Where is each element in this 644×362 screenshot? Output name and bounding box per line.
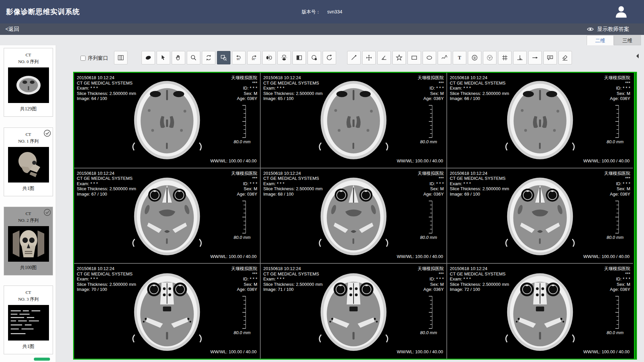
viewer-scrollbar[interactable] — [634, 73, 636, 359]
pseudo-color-tool-button[interactable] — [308, 51, 321, 64]
comment-tool-button[interactable] — [543, 51, 557, 64]
rotate-right-90-tool-button[interactable]: 90° — [247, 51, 261, 64]
shutter-tool-button[interactable] — [142, 51, 155, 64]
overlay-slice-thickness: Slice Thickness: 2.500000 mm — [263, 186, 323, 192]
zoom-tool-button[interactable] — [187, 51, 200, 64]
layout-tool-button[interactable] — [114, 51, 127, 64]
rectangle-icon — [411, 54, 418, 61]
grid-tool-button[interactable] — [498, 51, 512, 64]
viewer-cell-8[interactable]: 20150618 10:12:24 CT GE MEDICAL SYSTEMS … — [447, 264, 633, 359]
overlay-device: CT GE MEDICAL SYSTEMS — [263, 271, 323, 277]
overlay-stars: *** — [418, 176, 444, 181]
ellipse-icon — [426, 54, 433, 61]
crosshair-tool-button[interactable] — [362, 51, 376, 64]
grid-icon — [501, 54, 508, 61]
overlay-hospital: 天堰模拟医院 — [604, 266, 630, 271]
tab-2d[interactable]: 二维 — [587, 35, 614, 45]
wwwl-label: WW/WL: 100.00 / 40.00 — [210, 158, 257, 164]
viewer-cell-5[interactable]: 20150618 10:12:24 CT GE MEDICAL SYSTEMS … — [447, 168, 633, 263]
series-card-1[interactable]: CT NO. 1 序列 共1图 — [4, 127, 53, 196]
dicom-overlay-right: 天堰模拟医院 *** ID: * * * Sex: M Age: 036Y — [604, 75, 630, 101]
overlay-device: CT GE MEDICAL SYSTEMS — [450, 176, 509, 181]
overlay-id: ID: * * * — [418, 181, 444, 187]
overlay-stars: *** — [418, 81, 444, 86]
series-title: NO. 3 序列 — [4, 296, 53, 302]
overlay-datetime: 20150618 10:12:24 — [450, 171, 509, 176]
dicom-overlay-left: 20150618 10:12:24 CT GE MEDICAL SYSTEMS … — [450, 75, 509, 101]
viewer-cell-2[interactable]: 20150618 10:12:24 CT GE MEDICAL SYSTEMS … — [447, 73, 633, 168]
overlay-datetime: 20150618 10:12:24 — [263, 75, 323, 81]
viewer-cell-4[interactable]: 20150618 10:12:24 CT GE MEDICAL SYSTEMS … — [261, 168, 446, 263]
scale-label: 80.0 mm — [420, 139, 437, 145]
flip-vertical-tool-button[interactable] — [277, 51, 291, 64]
roi-zoom-tool-button[interactable] — [217, 51, 230, 64]
overlay-exam: Exam: * * * — [263, 181, 323, 187]
rectangle-tool-button[interactable] — [408, 51, 421, 64]
overlay-exam: Exam: * * * — [263, 86, 323, 91]
ct-image — [312, 171, 395, 260]
overlay-image-number: Image: 71 / 100 — [263, 287, 323, 292]
select-tool-button[interactable] — [157, 51, 170, 64]
series-title: NO. 1 序列 — [4, 138, 53, 144]
overlay-sex: Sex: M — [604, 282, 630, 287]
scale-label: 80.0 mm — [606, 330, 624, 335]
curve-tool-button[interactable] — [438, 51, 451, 64]
scale-label: 80.0 mm — [420, 235, 437, 240]
rotate-left-90-label: 90° — [236, 57, 241, 61]
viewer-cell-0[interactable]: 20150618 10:12:24 CT GE MEDICAL SYSTEMS … — [74, 73, 260, 168]
rotate-tool-button[interactable] — [202, 51, 215, 64]
circle-annotate-tool-button[interactable] — [468, 51, 481, 64]
overlay-age: Age: 036Y — [418, 192, 444, 197]
overlay-datetime: 20150618 10:12:24 — [77, 171, 136, 176]
dicom-overlay-right: 天堰模拟医院 *** ID: * * * Sex: M Age: 036Y — [231, 75, 257, 101]
viewer-cell-1[interactable]: 20150618 10:12:24 CT GE MEDICAL SYSTEMS … — [261, 73, 446, 168]
series-card-2[interactable]: CT NO. 2 序列 共100图 — [4, 207, 53, 275]
pan-tool-button[interactable] — [172, 51, 185, 64]
tab-3d[interactable]: 三维 — [614, 35, 641, 45]
perpendicular-icon — [516, 54, 524, 61]
overlay-slice-thickness: Slice Thickness: 2.500000 mm — [77, 282, 136, 287]
show-teacher-answer-button[interactable]: 显示教师答案 — [586, 23, 629, 35]
overlay-id: ID: * * * — [604, 276, 630, 282]
series-window-checkbox[interactable] — [80, 56, 86, 61]
reset-tool-button[interactable] — [323, 51, 336, 64]
rotate-left-90-tool-button[interactable]: 90° — [232, 51, 246, 64]
overlay-datetime: 20150618 10:12:24 — [263, 266, 323, 271]
series-card-0[interactable]: CT NO. 0 序列 共129图 — [4, 48, 53, 117]
ellipse-tool-button[interactable] — [423, 51, 436, 64]
invert-tool-button[interactable] — [292, 51, 306, 64]
flip-horizontal-tool-button[interactable] — [262, 51, 276, 64]
viewer-grid: 20150618 10:12:24 CT GE MEDICAL SYSTEMS … — [74, 73, 633, 359]
overlay-exam: Exam: * * * — [77, 276, 136, 282]
sidebar-scrollbar-thumb[interactable] — [34, 358, 50, 361]
overlay-stars: *** — [231, 176, 257, 181]
viewer-cell-7[interactable]: 20150618 10:12:24 CT GE MEDICAL SYSTEMS … — [261, 264, 446, 359]
user-avatar-button[interactable] — [614, 5, 629, 19]
viewer-cell-6[interactable]: 20150618 10:12:24 CT GE MEDICAL SYSTEMS … — [74, 264, 260, 359]
overlay-exam: Exam: * * * — [77, 181, 136, 187]
overlay-exam: Exam: * * * — [450, 86, 509, 91]
series-card-3[interactable]: CT NO. 3 序列 共1图 — [4, 286, 53, 354]
line-tool-button[interactable] — [347, 51, 361, 64]
point-marker-tool-button[interactable] — [483, 51, 496, 64]
angle-tool-button[interactable] — [377, 51, 391, 64]
star-polygon-tool-button[interactable] — [392, 51, 406, 64]
overlay-exam: Exam: * * * — [450, 181, 509, 187]
perpendicular-tool-button[interactable] — [513, 51, 527, 64]
overlay-id: ID: * * * — [231, 276, 257, 282]
scale-ruler — [614, 200, 620, 234]
overlay-hospital: 天堰模拟医院 — [231, 75, 257, 81]
back-button[interactable]: <返回 — [5, 23, 19, 35]
viewer-cell-3[interactable]: 20150618 10:12:24 CT GE MEDICAL SYSTEMS … — [74, 168, 260, 263]
secondary-navbar: <返回 显示教师答案 — [0, 23, 644, 35]
overlay-id: ID: * * * — [231, 86, 257, 91]
collapse-panel-arrow[interactable] — [635, 53, 639, 60]
eye-icon — [586, 27, 594, 32]
overlay-image-number: Image: 67 / 100 — [77, 192, 136, 197]
pseudo-color-icon — [311, 54, 318, 61]
text-tool-button[interactable]: T — [453, 51, 466, 64]
overlay-hospital: 天堰模拟医院 — [231, 266, 257, 271]
reset-icon — [326, 54, 333, 61]
eraser-tool-button[interactable] — [558, 51, 572, 64]
arrow-tool-button[interactable] — [528, 51, 542, 64]
